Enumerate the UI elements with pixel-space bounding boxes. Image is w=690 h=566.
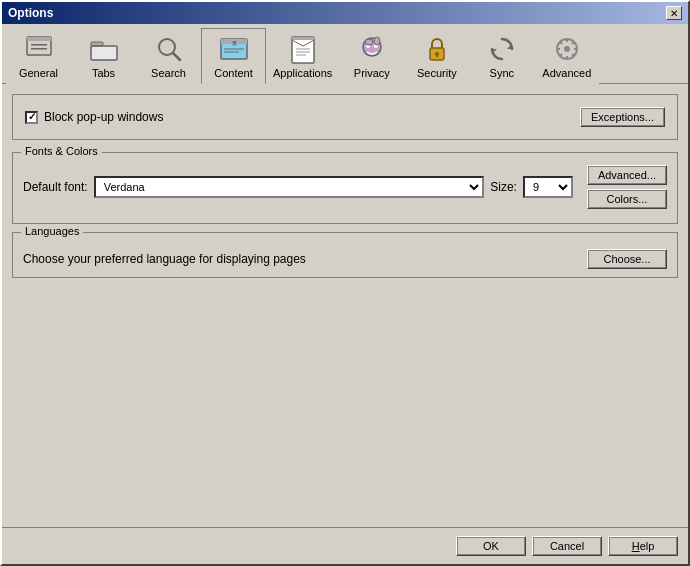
font-select-wrap: Default font: Verdana Arial Times New Ro… [23,176,573,198]
tab-general-label: General [19,67,58,79]
tab-advanced[interactable]: Advanced [534,28,599,84]
tabs-icon [88,33,120,65]
svg-rect-14 [292,37,314,63]
applications-icon [287,33,319,65]
advanced-fonts-button[interactable]: Advanced... [587,165,667,185]
block-popup-checkbox[interactable] [25,111,38,124]
tab-content[interactable]: 页 Content [201,28,266,84]
svg-marker-28 [492,49,497,54]
tab-sync-label: Sync [490,67,514,79]
title-bar: Options ✕ [2,2,688,24]
svg-point-30 [564,46,570,52]
tab-applications[interactable]: Applications [266,28,339,84]
font-select[interactable]: Verdana Arial Times New Roman Courier Ne… [94,176,485,198]
advanced-icon [551,33,583,65]
tab-tabs[interactable]: Tabs [71,28,136,84]
svg-marker-27 [507,44,512,49]
tab-content-label: Content [214,67,253,79]
cancel-button[interactable]: Cancel [532,536,602,556]
tab-search[interactable]: Search [136,28,201,84]
options-window: Options ✕ General [0,0,690,566]
svg-rect-3 [31,48,47,50]
close-button[interactable]: ✕ [666,6,682,20]
window-title: Options [8,6,53,20]
tab-sync[interactable]: Sync [469,28,534,84]
languages-section-title: Languages [21,225,83,237]
tab-tabs-label: Tabs [92,67,115,79]
popup-left: Block pop-up windows [25,110,163,124]
fonts-section-title: Fonts & Colors [21,145,102,157]
tab-applications-label: Applications [273,67,332,79]
tab-privacy[interactable]: Privacy [339,28,404,84]
tab-privacy-label: Privacy [354,67,390,79]
svg-rect-2 [31,44,47,46]
svg-rect-26 [436,54,438,57]
svg-point-23 [374,37,380,45]
size-label: Size: [490,180,517,194]
security-icon [421,33,453,65]
fonts-row: Default font: Verdana Arial Times New Ro… [23,165,667,209]
help-button[interactable]: Help [608,536,678,556]
footer: OK Cancel Help [2,527,688,564]
tab-advanced-label: Advanced [542,67,591,79]
popup-row: Block pop-up windows Exceptions... [25,103,665,131]
default-font-label: Default font: [23,180,88,194]
search-icon [153,33,185,65]
ok-button[interactable]: OK [456,536,526,556]
svg-rect-1 [27,37,51,41]
toolbar: General Tabs Search [2,24,688,84]
tab-security[interactable]: Security [404,28,469,84]
svg-line-37 [572,42,574,44]
languages-row: Choose your preferred language for displ… [23,245,667,269]
choose-language-button[interactable]: Choose... [587,249,667,269]
content-icon: 页 [218,33,250,65]
svg-rect-15 [292,37,314,40]
popup-section: Block pop-up windows Exceptions... [12,94,678,140]
popup-label: Block pop-up windows [44,110,163,124]
sync-icon [486,33,518,65]
languages-description: Choose your preferred language for displ… [23,252,306,266]
svg-text:页: 页 [231,41,236,46]
svg-line-36 [572,54,574,56]
general-icon [23,33,55,65]
tab-security-label: Security [417,67,457,79]
fonts-section: Fonts & Colors Default font: Verdana Ari… [12,152,678,224]
tab-general[interactable]: General [6,28,71,84]
tab-search-label: Search [151,67,186,79]
font-buttons: Advanced... Colors... [587,165,667,209]
languages-section: Languages Choose your preferred language… [12,232,678,278]
svg-point-22 [365,39,373,45]
svg-line-8 [173,53,180,60]
size-select[interactable]: 9 10 11 12 [523,176,573,198]
privacy-icon [356,33,388,65]
svg-rect-6 [92,47,116,59]
svg-line-38 [560,54,562,56]
colors-button[interactable]: Colors... [587,189,667,209]
svg-line-35 [560,42,562,44]
exceptions-button[interactable]: Exceptions... [580,107,665,127]
content-area: Block pop-up windows Exceptions... Fonts… [2,84,688,527]
